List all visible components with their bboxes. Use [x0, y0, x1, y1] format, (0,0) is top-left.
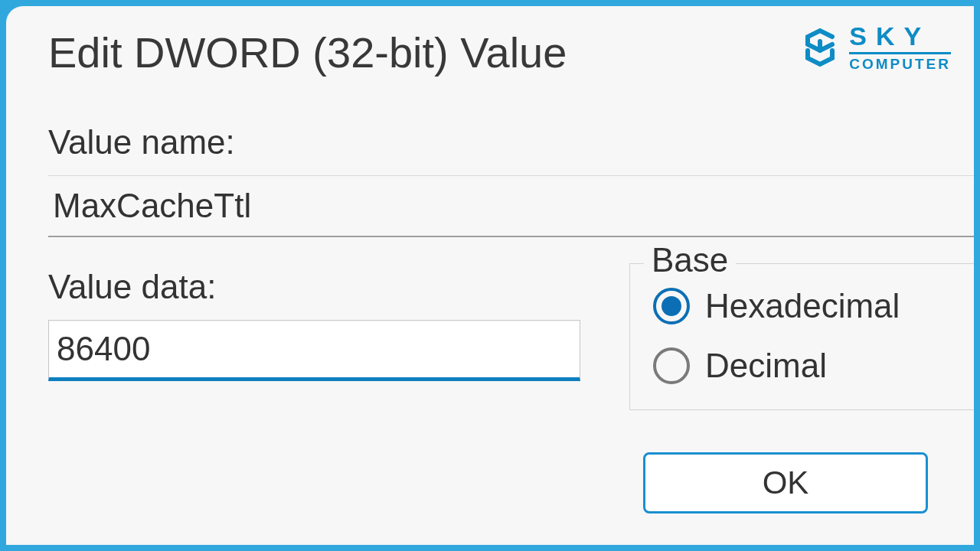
value-data-label: Value data: — [48, 268, 584, 306]
value-name-section: Value name: — [48, 123, 974, 237]
value-data-section: Value data: — [48, 268, 584, 381]
brand-logo: SKY COMPUTER — [799, 23, 951, 71]
logo-top-line: SKY — [849, 23, 951, 54]
radio-hexadecimal[interactable]: Hexadecimal — [653, 276, 974, 336]
radio-unselected-icon — [653, 347, 690, 384]
ok-button[interactable]: OK — [643, 452, 928, 514]
edit-dword-dialog: SKY COMPUTER Edit DWORD (32-bit) Value V… — [6, 6, 974, 545]
value-name-input[interactable] — [48, 175, 974, 237]
logo-text: SKY COMPUTER — [849, 23, 951, 71]
base-legend: Base — [644, 241, 736, 279]
radio-selected-icon — [653, 288, 690, 324]
value-name-label: Value name: — [48, 123, 974, 161]
logo-bottom-line: COMPUTER — [849, 57, 951, 71]
value-data-input[interactable] — [48, 320, 580, 381]
radio-dec-label: Decimal — [705, 347, 827, 385]
logo-icon — [799, 26, 841, 69]
radio-decimal[interactable]: Decimal — [653, 336, 974, 396]
base-fieldset: Base Hexadecimal Decimal — [629, 263, 974, 410]
radio-hex-label: Hexadecimal — [705, 287, 900, 325]
